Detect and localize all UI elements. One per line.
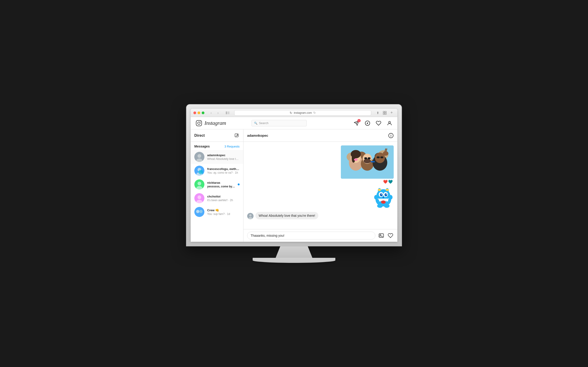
svg-rect-74 <box>386 199 388 201</box>
messages-label: Messages <box>194 144 210 148</box>
requests-button[interactable]: 3 Requests <box>225 145 240 148</box>
browser-navigation: ‹ › <box>208 110 221 116</box>
monitor-base <box>253 258 335 263</box>
photo-reactions: ❤️ ❤️ <box>341 179 394 185</box>
svg-rect-49 <box>368 157 371 159</box>
compose-button[interactable] <box>234 133 240 138</box>
svg-point-24 <box>198 182 201 185</box>
message-bubble: Whoa! Absolutely love that you're there! <box>255 212 318 219</box>
svg-point-30 <box>196 210 199 213</box>
forward-button[interactable]: › <box>215 110 221 116</box>
avatar-adamnkopec <box>194 152 204 162</box>
instagram-logo: Instagram <box>195 119 226 127</box>
svg-rect-8 <box>196 120 202 126</box>
browser-titlebar: ‹ › ↻ instagram.com ↻ <box>191 109 397 117</box>
search-placeholder-text: Search <box>259 121 268 125</box>
svg-point-17 <box>198 154 201 158</box>
svg-point-9 <box>198 122 200 124</box>
svg-rect-1 <box>228 112 229 112</box>
conv-info-francescofogu: francescofogu, ewthatsgross You: ay, com… <box>207 167 240 174</box>
minimize-window-button[interactable] <box>198 111 200 114</box>
conversation-list: adamnkopec Whoa! Absolutely love that yo… <box>191 150 243 242</box>
svg-point-29 <box>194 207 204 217</box>
svg-rect-7 <box>385 113 386 115</box>
instagram-logo-icon <box>195 119 203 127</box>
monitor: ‹ › ↻ instagram.com ↻ <box>184 104 404 263</box>
svg-rect-0 <box>226 111 227 114</box>
share-button[interactable]: ⬆ <box>375 110 381 116</box>
browser-chrome: ‹ › ↻ instagram.com ↻ <box>191 109 397 242</box>
conv-info-nicktaras: nicktaras yessssss, come by! · 2h <box>207 181 235 188</box>
conv-info-adamnkopec: adamnkopec Whoa! Absolutely love that yo… <box>207 153 240 161</box>
svg-point-57 <box>383 151 389 156</box>
svg-point-76 <box>383 197 384 198</box>
svg-point-27 <box>198 195 201 199</box>
conv-name-crew: Crew 👊 <box>207 209 240 212</box>
svg-point-10 <box>200 121 200 122</box>
svg-rect-5 <box>385 111 386 113</box>
svg-rect-3 <box>228 114 229 114</box>
photo-message: ❤️ ❤️ <box>341 145 394 185</box>
add-tab-button[interactable]: + <box>389 110 395 116</box>
selfie-photo <box>341 145 394 179</box>
direct-badge: 1 <box>357 119 361 122</box>
conv-info-chchoitoi: chchoitoi It's been awhile!! · 2h <box>207 195 240 202</box>
svg-rect-54 <box>380 156 383 158</box>
maximize-window-button[interactable] <box>202 111 204 114</box>
svg-point-69 <box>381 194 382 194</box>
svg-point-70 <box>386 194 387 194</box>
svg-point-68 <box>384 193 387 196</box>
search-bar[interactable]: 🔍 Search <box>251 120 307 126</box>
svg-point-43 <box>352 153 355 163</box>
svg-rect-53 <box>377 156 380 158</box>
svg-point-63 <box>378 189 381 191</box>
chat-header: adamnkopec <box>243 129 397 142</box>
unread-indicator-nicktaras <box>238 184 240 185</box>
explore-button[interactable] <box>364 120 371 126</box>
conv-preview-chchoitoi: It's been awhile!! · 2h <box>207 199 240 202</box>
media-attach-button[interactable] <box>378 232 384 239</box>
svg-point-67 <box>380 193 383 196</box>
sidebar-toggle-button[interactable] <box>225 110 231 116</box>
direct-messages-button[interactable]: 1 <box>353 120 360 126</box>
browser-content: Instagram 🔍 Search 1 <box>191 117 397 242</box>
browser-actions: ⬆ + <box>375 110 395 116</box>
like-button[interactable] <box>387 232 394 239</box>
reload-icon: ↻ <box>290 111 292 115</box>
svg-rect-71 <box>379 199 381 201</box>
conv-info-crew: Crew 👊 You: sup fam? · 1d <box>207 209 240 216</box>
dm-header: Direct <box>191 129 243 142</box>
chat-input-area <box>243 229 397 242</box>
svg-point-44 <box>354 158 358 161</box>
svg-point-31 <box>199 210 203 213</box>
conversation-chchoitoi[interactable]: chchoitoi It's been awhile!! · 2h <box>191 191 243 205</box>
close-window-button[interactable] <box>193 111 196 114</box>
svg-point-75 <box>381 200 386 204</box>
new-tab-button[interactable] <box>382 110 388 116</box>
avatar-francescofogu <box>194 166 204 176</box>
svg-point-47 <box>363 159 371 163</box>
svg-rect-58 <box>371 161 375 162</box>
conv-preview-nicktaras: yessssss, come by! · 2h <box>207 185 235 188</box>
avatar-crew <box>194 207 204 217</box>
instagram-wordmark: Instagram <box>204 120 226 126</box>
conv-name-francescofogu: francescofogu, ewthatsgross <box>207 167 240 171</box>
conversation-francescofogu[interactable]: francescofogu, ewthatsgross You: ay, com… <box>191 164 243 177</box>
chat-info-button[interactable] <box>388 133 394 138</box>
instagram-main: Direct Messages 3 Reques <box>191 129 397 242</box>
svg-point-77 <box>374 195 378 200</box>
profile-button[interactable] <box>386 120 393 126</box>
activity-button[interactable] <box>375 120 382 126</box>
address-bar[interactable]: ↻ instagram.com ↻ <box>234 110 371 116</box>
conversation-adamnkopec[interactable]: adamnkopec Whoa! Absolutely love that yo… <box>191 150 243 164</box>
message-input[interactable] <box>247 232 375 240</box>
avatar-nicktaras <box>194 179 204 190</box>
refresh-icon: ↻ <box>313 111 316 115</box>
header-actions: 1 <box>353 120 393 126</box>
conversation-crew[interactable]: Crew 👊 You: sup fam? · 1d <box>191 205 243 219</box>
conversation-nicktaras[interactable]: nicktaras yessssss, come by! · 2h <box>191 177 243 191</box>
back-button[interactable]: ‹ <box>208 110 214 116</box>
search-icon: 🔍 <box>254 122 258 125</box>
svg-rect-4 <box>383 111 384 113</box>
received-message: Whoa! Absolutely love that you're there! <box>247 212 394 219</box>
